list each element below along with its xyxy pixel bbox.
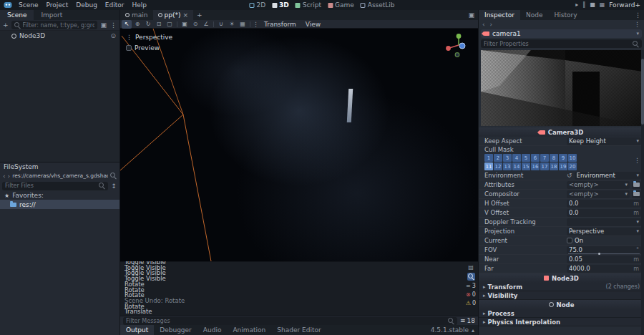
- doppler-dropdown[interactable]: ▾: [567, 218, 641, 226]
- far-field[interactable]: 4000.0m: [567, 265, 641, 273]
- compositor-resource-dropdown[interactable]: <empty>▾: [567, 190, 630, 198]
- section-process[interactable]: ▸ Process: [479, 309, 644, 318]
- cull-mask-menu-icon[interactable]: ⋮: [634, 157, 640, 164]
- property-filter-input[interactable]: [484, 41, 630, 47]
- pause-button[interactable]: ‖: [582, 0, 585, 10]
- lock-node-icon[interactable]: ▣: [180, 20, 190, 29]
- perspective-menu[interactable]: ⋮ Perspective: [126, 34, 172, 41]
- bottom-tab-output[interactable]: Output: [120, 325, 154, 335]
- add-node-button[interactable]: +: [2, 21, 9, 29]
- dock-menu-icon[interactable]: ⋮: [635, 11, 644, 19]
- workspace-3d-button[interactable]: 3D: [272, 1, 289, 9]
- cull-mask-cell[interactable]: 20: [568, 162, 577, 170]
- inspector-menu-icon[interactable]: ⋮: [634, 21, 640, 28]
- snap-toggle-icon[interactable]: ∪: [216, 20, 226, 29]
- revert-icon[interactable]: ↺: [567, 172, 572, 179]
- tab-history[interactable]: History: [548, 10, 582, 20]
- section-physics-interpolation[interactable]: ▸ Physics Interpolation: [479, 318, 644, 326]
- cull-mask-cell[interactable]: 9: [559, 154, 567, 162]
- menu-project[interactable]: Project: [42, 0, 72, 10]
- ruler-tool-icon[interactable]: ∠: [201, 20, 211, 29]
- close-icon[interactable]: ×: [182, 11, 188, 19]
- camera-override-icon[interactable]: ▦: [238, 20, 248, 29]
- keep-aspect-dropdown[interactable]: Keep Height▾: [567, 137, 641, 145]
- scene-tab-pp[interactable]: pp(*) ×: [153, 10, 194, 20]
- section-transform[interactable]: ▸ Transform (2 changes): [479, 283, 644, 291]
- menu-scene[interactable]: Scene: [15, 0, 42, 10]
- menu-editor[interactable]: Editor: [102, 0, 128, 10]
- scene-tab-main[interactable]: main: [120, 10, 153, 20]
- cull-mask-cell[interactable]: 13: [503, 162, 512, 170]
- scene-dock-menu-icon[interactable]: ⋮: [109, 21, 117, 29]
- bottom-tab-animation[interactable]: Animation: [227, 325, 271, 335]
- bottom-tab-shader-editor[interactable]: Shader Editor: [271, 325, 326, 335]
- history-back-icon[interactable]: ‹: [482, 21, 485, 28]
- preview-checkbox[interactable]: [126, 45, 132, 51]
- v-offset-field[interactable]: 0.0m: [567, 209, 641, 217]
- cull-mask-cell[interactable]: 15: [522, 162, 530, 170]
- environment-resource-dropdown[interactable]: Environment▾: [575, 172, 641, 180]
- expand-bottom-panel-icon[interactable]: ▴: [472, 327, 478, 334]
- move-tool-icon[interactable]: ⊕: [132, 20, 142, 29]
- list-select-tool-icon[interactable]: ▢: [165, 20, 175, 29]
- cull-mask-cell[interactable]: 3: [503, 154, 512, 162]
- edited-object-select[interactable]: camera1 ▾: [481, 29, 642, 38]
- play-button[interactable]: ▸: [575, 0, 578, 10]
- message-filter-input[interactable]: [126, 318, 446, 324]
- 3d-viewport[interactable]: ⋮ Perspective Preview: [120, 29, 478, 261]
- view-menu[interactable]: View: [301, 21, 325, 28]
- filesystem-item-res[interactable]: res://: [0, 200, 119, 209]
- new-scene-tab-button[interactable]: +: [193, 11, 206, 19]
- camera-preview-toggle[interactable]: Preview: [126, 44, 160, 52]
- rotate-tool-icon[interactable]: ↻: [143, 20, 153, 29]
- quick-load-icon[interactable]: [632, 190, 641, 198]
- group-node-icon[interactable]: ⊙: [190, 20, 200, 29]
- message-count-badge[interactable]: ≡3: [466, 283, 476, 289]
- projection-dropdown[interactable]: Perspective▾: [567, 228, 641, 236]
- menu-debug[interactable]: Debug: [72, 0, 101, 10]
- warning-count-badge[interactable]: ⚠0: [466, 300, 476, 306]
- near-field[interactable]: 0.05m: [567, 256, 641, 263]
- fov-slider[interactable]: [568, 253, 640, 254]
- section-visibility[interactable]: ▸ Visibility: [479, 291, 644, 300]
- bottom-tab-debugger[interactable]: Debugger: [154, 325, 197, 335]
- cull-mask-cell[interactable]: 5: [522, 154, 530, 162]
- movie-mode-button[interactable]: ▦: [600, 0, 605, 10]
- cull-mask-cell[interactable]: 8: [550, 154, 558, 162]
- stop-button[interactable]: ■: [590, 0, 595, 10]
- cull-mask-cell[interactable]: 1: [484, 154, 493, 162]
- sun-environment-icon[interactable]: ☀: [227, 20, 237, 29]
- menu-help[interactable]: Help: [129, 0, 151, 10]
- cull-mask-cell[interactable]: 2: [494, 154, 502, 162]
- cull-mask-cell[interactable]: 12: [494, 162, 502, 170]
- history-forward-icon[interactable]: ›: [490, 21, 493, 28]
- cull-mask-cell[interactable]: 7: [540, 154, 549, 162]
- workspace-assetlib-button[interactable]: AssetLib: [361, 1, 395, 9]
- workspace-script-button[interactable]: Script: [296, 1, 321, 9]
- cull-mask-cell[interactable]: 16: [531, 162, 540, 170]
- cull-mask-cell[interactable]: 10: [568, 154, 577, 162]
- scale-tool-icon[interactable]: ⊡: [154, 20, 164, 29]
- filesystem-search-icon[interactable]: [110, 173, 117, 179]
- renderer-select[interactable]: Forward+: [609, 1, 640, 9]
- transform-menu[interactable]: Transform: [260, 21, 301, 28]
- select-tool-icon[interactable]: ↖: [122, 20, 132, 29]
- toolbar-menu-icon[interactable]: ⋮: [253, 21, 259, 28]
- expand-viewport-icon[interactable]: ▣: [467, 11, 478, 19]
- cull-mask-cell[interactable]: 4: [512, 154, 521, 162]
- copy-log-icon[interactable]: ▤: [468, 264, 474, 271]
- log-search-icon[interactable]: [467, 273, 475, 281]
- current-checkbox[interactable]: [567, 238, 572, 243]
- filesystem-filter-input[interactable]: [5, 183, 97, 189]
- h-offset-field[interactable]: 0.0m: [567, 200, 641, 208]
- cull-mask-cell[interactable]: 19: [559, 162, 567, 170]
- tab-node[interactable]: Node: [520, 10, 549, 20]
- tab-import[interactable]: Import: [34, 10, 69, 20]
- tree-row-node3d[interactable]: Node3D ⊙: [0, 31, 119, 41]
- workspace-2d-button[interactable]: 2D: [249, 1, 265, 9]
- back-icon[interactable]: ‹: [3, 173, 6, 180]
- cull-mask-cell[interactable]: 17: [540, 162, 549, 170]
- visibility-eye-icon[interactable]: ⊙: [110, 32, 116, 39]
- view-axis-gizmo[interactable]: [441, 31, 474, 60]
- attach-script-icon[interactable]: ▣: [99, 21, 107, 29]
